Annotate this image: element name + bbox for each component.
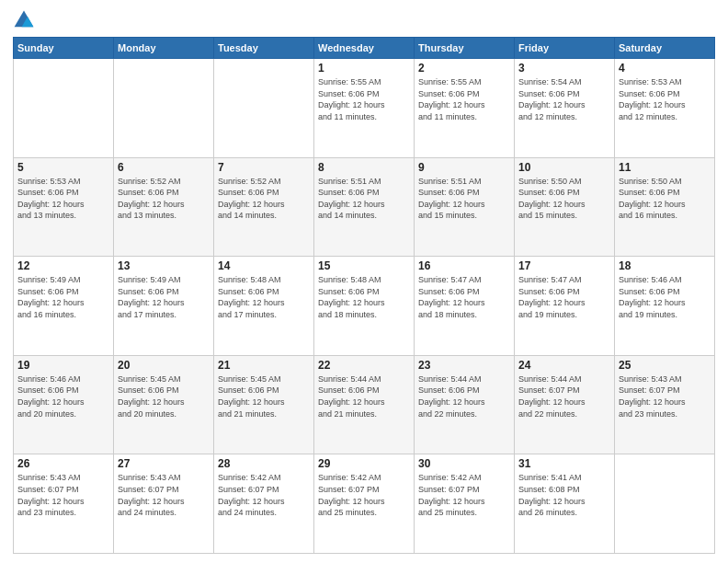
day-info: Sunrise: 5:46 AM Sunset: 6:06 PM Dayligh… bbox=[17, 373, 109, 419]
logo bbox=[13, 9, 39, 31]
calendar-cell bbox=[615, 454, 715, 554]
calendar-cell: 16Sunrise: 5:47 AM Sunset: 6:06 PM Dayli… bbox=[415, 257, 515, 356]
day-info: Sunrise: 5:53 AM Sunset: 6:06 PM Dayligh… bbox=[619, 76, 711, 122]
calendar-cell: 8Sunrise: 5:51 AM Sunset: 6:06 PM Daylig… bbox=[314, 157, 415, 257]
calendar-cell bbox=[214, 59, 314, 158]
calendar-week-row: 26Sunrise: 5:43 AM Sunset: 6:07 PM Dayli… bbox=[14, 454, 715, 554]
calendar-cell: 2Sunrise: 5:55 AM Sunset: 6:06 PM Daylig… bbox=[415, 59, 515, 158]
day-number: 21 bbox=[218, 359, 310, 372]
calendar-cell: 22Sunrise: 5:44 AM Sunset: 6:06 PM Dayli… bbox=[314, 355, 415, 454]
calendar-week-row: 19Sunrise: 5:46 AM Sunset: 6:06 PM Dayli… bbox=[14, 355, 715, 454]
day-info: Sunrise: 5:54 AM Sunset: 6:06 PM Dayligh… bbox=[518, 76, 610, 122]
day-info: Sunrise: 5:53 AM Sunset: 6:06 PM Dayligh… bbox=[17, 176, 109, 222]
calendar-cell: 17Sunrise: 5:47 AM Sunset: 6:06 PM Dayli… bbox=[515, 257, 615, 356]
day-number: 23 bbox=[418, 359, 510, 372]
calendar-header-monday: Monday bbox=[114, 38, 214, 59]
day-number: 24 bbox=[518, 359, 610, 372]
day-number: 8 bbox=[318, 161, 410, 174]
day-info: Sunrise: 5:41 AM Sunset: 6:08 PM Dayligh… bbox=[518, 472, 610, 518]
day-info: Sunrise: 5:43 AM Sunset: 6:07 PM Dayligh… bbox=[17, 472, 109, 518]
day-info: Sunrise: 5:45 AM Sunset: 6:06 PM Dayligh… bbox=[118, 373, 210, 419]
calendar-cell: 23Sunrise: 5:44 AM Sunset: 6:06 PM Dayli… bbox=[415, 355, 515, 454]
day-number: 31 bbox=[518, 457, 610, 470]
calendar-header-saturday: Saturday bbox=[615, 38, 715, 59]
day-info: Sunrise: 5:52 AM Sunset: 6:06 PM Dayligh… bbox=[118, 176, 210, 222]
calendar-cell: 9Sunrise: 5:51 AM Sunset: 6:06 PM Daylig… bbox=[415, 157, 515, 257]
logo-icon bbox=[13, 9, 35, 31]
day-number: 2 bbox=[418, 62, 510, 75]
calendar-cell: 21Sunrise: 5:45 AM Sunset: 6:06 PM Dayli… bbox=[214, 355, 314, 454]
calendar-cell: 19Sunrise: 5:46 AM Sunset: 6:06 PM Dayli… bbox=[14, 355, 114, 454]
day-number: 29 bbox=[318, 457, 410, 470]
calendar-cell: 31Sunrise: 5:41 AM Sunset: 6:08 PM Dayli… bbox=[515, 454, 615, 554]
day-info: Sunrise: 5:50 AM Sunset: 6:06 PM Dayligh… bbox=[518, 176, 610, 222]
calendar-table: SundayMondayTuesdayWednesdayThursdayFrid… bbox=[13, 37, 715, 554]
day-number: 27 bbox=[118, 457, 210, 470]
day-info: Sunrise: 5:42 AM Sunset: 6:07 PM Dayligh… bbox=[418, 472, 510, 518]
day-number: 18 bbox=[619, 259, 711, 272]
day-info: Sunrise: 5:42 AM Sunset: 6:07 PM Dayligh… bbox=[218, 472, 310, 518]
day-info: Sunrise: 5:43 AM Sunset: 6:07 PM Dayligh… bbox=[118, 472, 210, 518]
day-info: Sunrise: 5:42 AM Sunset: 6:07 PM Dayligh… bbox=[318, 472, 410, 518]
calendar-header-thursday: Thursday bbox=[415, 38, 515, 59]
calendar-cell: 12Sunrise: 5:49 AM Sunset: 6:06 PM Dayli… bbox=[14, 257, 114, 356]
day-info: Sunrise: 5:50 AM Sunset: 6:06 PM Dayligh… bbox=[619, 176, 711, 222]
calendar-cell: 4Sunrise: 5:53 AM Sunset: 6:06 PM Daylig… bbox=[615, 59, 715, 158]
day-info: Sunrise: 5:51 AM Sunset: 6:06 PM Dayligh… bbox=[418, 176, 510, 222]
day-info: Sunrise: 5:44 AM Sunset: 6:06 PM Dayligh… bbox=[418, 373, 510, 419]
day-number: 25 bbox=[619, 359, 711, 372]
calendar-cell: 6Sunrise: 5:52 AM Sunset: 6:06 PM Daylig… bbox=[114, 157, 214, 257]
day-info: Sunrise: 5:44 AM Sunset: 6:06 PM Dayligh… bbox=[318, 373, 410, 419]
calendar-header-wednesday: Wednesday bbox=[314, 38, 415, 59]
day-info: Sunrise: 5:48 AM Sunset: 6:06 PM Dayligh… bbox=[318, 274, 410, 320]
day-number: 4 bbox=[619, 62, 711, 75]
calendar-cell: 28Sunrise: 5:42 AM Sunset: 6:07 PM Dayli… bbox=[214, 454, 314, 554]
day-info: Sunrise: 5:49 AM Sunset: 6:06 PM Dayligh… bbox=[17, 274, 109, 320]
calendar-cell: 25Sunrise: 5:43 AM Sunset: 6:07 PM Dayli… bbox=[615, 355, 715, 454]
page: SundayMondayTuesdayWednesdayThursdayFrid… bbox=[0, 0, 728, 563]
calendar-week-row: 12Sunrise: 5:49 AM Sunset: 6:06 PM Dayli… bbox=[14, 257, 715, 356]
calendar-header-tuesday: Tuesday bbox=[214, 38, 314, 59]
day-number: 15 bbox=[318, 259, 410, 272]
calendar-week-row: 1Sunrise: 5:55 AM Sunset: 6:06 PM Daylig… bbox=[14, 59, 715, 158]
calendar-cell: 14Sunrise: 5:48 AM Sunset: 6:06 PM Dayli… bbox=[214, 257, 314, 356]
day-number: 22 bbox=[318, 359, 410, 372]
calendar-header-sunday: Sunday bbox=[14, 38, 114, 59]
calendar-cell: 30Sunrise: 5:42 AM Sunset: 6:07 PM Dayli… bbox=[415, 454, 515, 554]
calendar-cell: 29Sunrise: 5:42 AM Sunset: 6:07 PM Dayli… bbox=[314, 454, 415, 554]
calendar-cell: 20Sunrise: 5:45 AM Sunset: 6:06 PM Dayli… bbox=[114, 355, 214, 454]
day-number: 12 bbox=[17, 259, 109, 272]
calendar-cell: 5Sunrise: 5:53 AM Sunset: 6:06 PM Daylig… bbox=[14, 157, 114, 257]
day-info: Sunrise: 5:55 AM Sunset: 6:06 PM Dayligh… bbox=[318, 76, 410, 122]
day-number: 1 bbox=[318, 62, 410, 75]
day-number: 14 bbox=[218, 259, 310, 272]
day-info: Sunrise: 5:45 AM Sunset: 6:06 PM Dayligh… bbox=[218, 373, 310, 419]
day-number: 6 bbox=[118, 161, 210, 174]
calendar-cell: 26Sunrise: 5:43 AM Sunset: 6:07 PM Dayli… bbox=[14, 454, 114, 554]
day-info: Sunrise: 5:48 AM Sunset: 6:06 PM Dayligh… bbox=[218, 274, 310, 320]
day-info: Sunrise: 5:47 AM Sunset: 6:06 PM Dayligh… bbox=[418, 274, 510, 320]
day-info: Sunrise: 5:52 AM Sunset: 6:06 PM Dayligh… bbox=[218, 176, 310, 222]
day-number: 10 bbox=[518, 161, 610, 174]
day-number: 28 bbox=[218, 457, 310, 470]
calendar-cell bbox=[14, 59, 114, 158]
day-number: 19 bbox=[17, 359, 109, 372]
calendar-cell: 11Sunrise: 5:50 AM Sunset: 6:06 PM Dayli… bbox=[615, 157, 715, 257]
calendar-header-friday: Friday bbox=[515, 38, 615, 59]
day-info: Sunrise: 5:51 AM Sunset: 6:06 PM Dayligh… bbox=[318, 176, 410, 222]
calendar-cell: 1Sunrise: 5:55 AM Sunset: 6:06 PM Daylig… bbox=[314, 59, 415, 158]
day-info: Sunrise: 5:47 AM Sunset: 6:06 PM Dayligh… bbox=[518, 274, 610, 320]
calendar-cell: 13Sunrise: 5:49 AM Sunset: 6:06 PM Dayli… bbox=[114, 257, 214, 356]
day-number: 11 bbox=[619, 161, 711, 174]
day-number: 3 bbox=[518, 62, 610, 75]
header bbox=[13, 9, 715, 31]
day-number: 7 bbox=[218, 161, 310, 174]
day-number: 26 bbox=[17, 457, 109, 470]
day-number: 30 bbox=[418, 457, 510, 470]
calendar-week-row: 5Sunrise: 5:53 AM Sunset: 6:06 PM Daylig… bbox=[14, 157, 715, 257]
day-number: 20 bbox=[118, 359, 210, 372]
day-info: Sunrise: 5:55 AM Sunset: 6:06 PM Dayligh… bbox=[418, 76, 510, 122]
calendar-cell: 27Sunrise: 5:43 AM Sunset: 6:07 PM Dayli… bbox=[114, 454, 214, 554]
day-info: Sunrise: 5:49 AM Sunset: 6:06 PM Dayligh… bbox=[118, 274, 210, 320]
calendar-cell: 18Sunrise: 5:46 AM Sunset: 6:06 PM Dayli… bbox=[615, 257, 715, 356]
